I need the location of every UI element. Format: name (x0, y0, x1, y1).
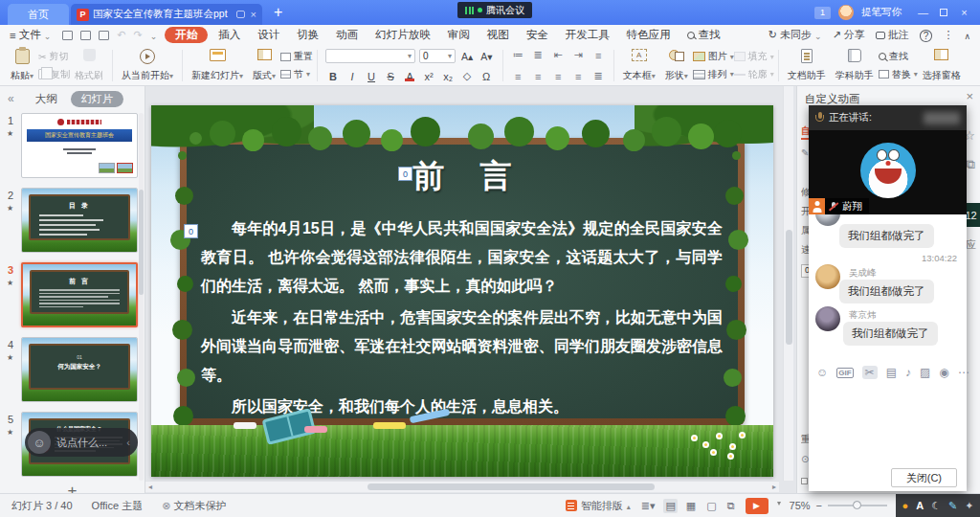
tencent-meeting-window[interactable]: 正在讲话: 蔚翔 我们组都做完了 13:04:22 吴成峰 我们组都做完了 蒋京… (809, 105, 967, 491)
zoom-out-icon[interactable]: − (816, 500, 822, 511)
collapse-chevron-icon[interactable]: ‹ (126, 437, 130, 448)
scrollbar-thumb[interactable] (368, 483, 655, 490)
text-tool-icon[interactable]: A (916, 500, 924, 511)
italic-button[interactable]: I (345, 71, 360, 82)
vertical-scrollbar[interactable] (783, 86, 793, 481)
new-tab-button[interactable]: + (274, 5, 282, 20)
tencent-meeting-pill[interactable]: 腾讯会议 (457, 2, 532, 18)
fill-button[interactable]: 填充▾ (734, 50, 774, 63)
help-icon[interactable] (920, 30, 933, 41)
paste-button[interactable]: 粘贴▾ (6, 48, 38, 83)
gif-icon[interactable]: GIF (836, 368, 853, 378)
copy-pane-icon[interactable]: ⧉ (967, 157, 975, 172)
strikethrough-button[interactable]: S (383, 71, 398, 82)
tab-review[interactable]: 审阅 (439, 27, 479, 43)
increase-font-button[interactable]: A▴ (459, 51, 475, 62)
pane-close-icon[interactable]: × (966, 89, 973, 103)
font-family-select[interactable]: ▾ (325, 49, 415, 63)
align-left-icon[interactable]: ≡ (510, 71, 526, 82)
tab-security[interactable]: 安全 (518, 27, 557, 43)
notification-bell-icon[interactable] (939, 366, 948, 379)
share-button[interactable]: 分享 (833, 28, 865, 42)
tools-icon[interactable]: ✦ (965, 500, 973, 512)
slideshow-play-button[interactable]: ▶ (746, 498, 768, 514)
slide-thumb-card[interactable]: 国家安全宣传教育主题班会 (21, 113, 138, 178)
tab-slides[interactable]: 幻灯片 (71, 91, 123, 107)
outline-button[interactable]: 轮廓▾ (734, 68, 774, 81)
meeting-video-area[interactable]: 蔚翔 (809, 130, 967, 214)
customize-icon[interactable] (150, 30, 158, 41)
tab-document[interactable]: P 国家安全宣传教育主题班会ppt × (71, 4, 262, 25)
slide-thumb-card[interactable]: 目 录 (21, 188, 138, 253)
align-right-icon[interactable]: ≡ (550, 71, 567, 82)
layout-button[interactable]: 版式▾ (248, 48, 280, 83)
tab-animation[interactable]: 动画 (327, 27, 367, 43)
scrollbar-thumb[interactable] (786, 230, 792, 345)
subject-assistant-button[interactable]: 学科助手 (831, 48, 879, 83)
outdent-icon[interactable]: ⇤ (550, 49, 567, 61)
cut-button[interactable]: 剪切 (38, 50, 70, 63)
comment-button[interactable]: 批注 (876, 28, 909, 42)
maximize-button[interactable] (940, 9, 947, 16)
slide-thumbnail-1[interactable]: 1 ★ 国家安全宣传教育主题班会 (0, 113, 145, 180)
line-spacing-icon[interactable]: ≣ (590, 70, 607, 82)
superscript-button[interactable]: x² (421, 71, 436, 82)
chat-avatar[interactable] (815, 264, 840, 289)
reset-button[interactable]: 重置 (280, 50, 313, 63)
quick-chat-overlay[interactable]: ☺ 说点什么... ‹ (25, 428, 138, 457)
indent-icon[interactable]: ⇥ (570, 49, 587, 61)
user-avatar[interactable] (838, 5, 854, 20)
undo-icon[interactable]: ↶ (117, 29, 125, 41)
more-menu-icon[interactable] (943, 29, 953, 41)
play-options-icon[interactable] (777, 500, 781, 511)
quick-chat-input[interactable]: 说点什么... (56, 436, 121, 450)
find-menu[interactable]: 查找 (687, 28, 721, 42)
night-mode-icon[interactable]: ☾ (931, 500, 941, 512)
slide-editor[interactable]: 0 前 言 0 每年的4月15日，是《中华人民共和国国家安全法》规定的全民国家安… (151, 105, 773, 477)
redo-icon[interactable]: ↷ (133, 29, 142, 41)
preview-icon[interactable] (99, 31, 109, 40)
slide-thumb-card[interactable]: 01 何为国家安全？ (21, 337, 138, 402)
more-tools-icon[interactable] (958, 366, 969, 379)
image-icon[interactable] (920, 366, 930, 379)
print-icon[interactable] (80, 31, 91, 40)
font-size-select[interactable]: 0▾ (419, 49, 456, 63)
protection-status[interactable]: 文档未保护 (162, 499, 226, 513)
underline-button[interactable]: U (364, 71, 379, 82)
tab-design[interactable]: 设计 (249, 27, 288, 43)
align-center-icon[interactable]: ≡ (530, 71, 546, 82)
animation-order-badge[interactable]: 0 (184, 224, 198, 238)
meeting-header[interactable]: 正在讲话: (809, 105, 967, 130)
section-button[interactable]: 节▾ (280, 68, 313, 81)
arrange-button[interactable]: 排列▾ (693, 68, 734, 81)
tab-insert[interactable]: 插入 (210, 27, 249, 43)
textbox-button[interactable]: A 文本框▾ (618, 48, 660, 83)
play-from-current-button[interactable]: 从当前开始▾ (117, 48, 178, 83)
picture-button[interactable]: 图片▾ (693, 50, 734, 63)
new-slide-button[interactable]: 新建幻灯片▾ (187, 48, 248, 83)
slide-title[interactable]: 前 言 (151, 155, 773, 198)
bullet-list-icon[interactable]: ≔ (510, 49, 526, 61)
replace-button[interactable]: 替换▾ (879, 68, 918, 81)
slide-sorter-icon[interactable]: ▦ (684, 499, 698, 513)
tab-home[interactable]: 首页 (8, 4, 69, 25)
tab-view[interactable]: 视图 (479, 27, 518, 43)
close-chat-button[interactable]: 关闭(C) (891, 468, 957, 487)
file-icon[interactable] (886, 366, 897, 379)
tab-outline[interactable]: 大纲 (35, 92, 57, 106)
emoji-icon[interactable] (816, 366, 828, 379)
tab-slideshow[interactable]: 幻灯片放映 (367, 27, 439, 43)
numbered-list-icon[interactable]: ≣ (530, 49, 546, 61)
clear-format-button[interactable]: ◇ (459, 70, 475, 82)
zoom-slider[interactable] (828, 505, 887, 506)
decrease-font-button[interactable]: A▾ (479, 51, 494, 62)
sync-status[interactable]: 未同步 (768, 28, 822, 42)
save-icon[interactable] (62, 31, 73, 40)
smart-layout-button[interactable]: 智能排版 (566, 499, 631, 513)
meeting-chat-panel[interactable]: 我们组都做完了 13:04:22 吴成峰 我们组都做完了 蒋京炜 我们组都做完了… (809, 214, 967, 491)
text-direction-icon[interactable]: ≡ (590, 50, 607, 61)
slide-thumb-card[interactable]: 前 言 (21, 262, 138, 327)
font-color-button[interactable]: A (402, 71, 417, 82)
reading-view-icon[interactable]: ▢ (704, 499, 718, 513)
minimize-button[interactable]: — (913, 7, 933, 18)
